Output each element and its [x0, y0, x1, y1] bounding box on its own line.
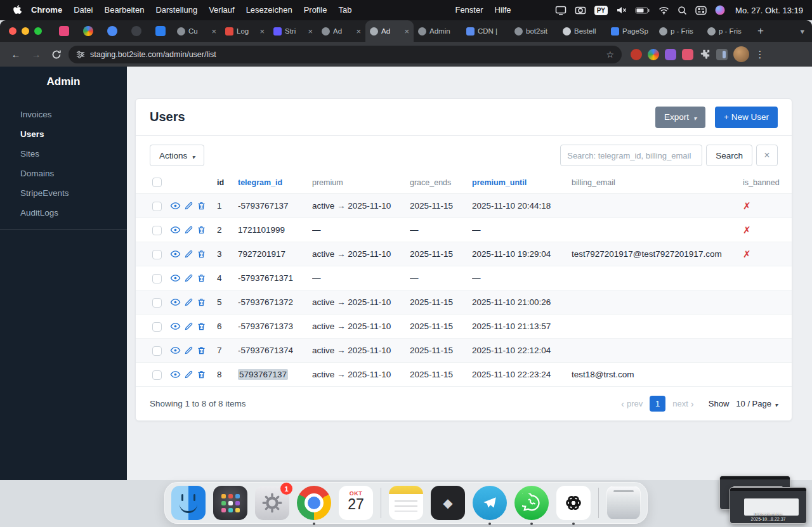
mute-icon[interactable]	[616, 6, 627, 15]
search-button[interactable]: Search	[706, 145, 752, 166]
close-window-button[interactable]	[9, 27, 16, 35]
pinned-tab[interactable]	[148, 20, 173, 42]
tab-close-icon[interactable]	[259, 27, 265, 36]
menu-bearbeiten[interactable]: Bearbeiten	[98, 0, 150, 20]
siri-icon[interactable]	[715, 5, 725, 15]
menu-lesezeichen[interactable]: Lesezeichen	[240, 0, 298, 20]
table-row[interactable]: 1 -5793767137 active → 2025-11-10 2025-1…	[136, 194, 792, 218]
launchpad-dock-icon[interactable]	[213, 486, 247, 520]
back-button[interactable]	[8, 46, 24, 63]
browser-menu-icon[interactable]	[755, 49, 765, 60]
notes-dock-icon[interactable]	[389, 486, 423, 520]
current-page-button[interactable]: 1	[650, 396, 665, 412]
display-icon[interactable]	[555, 5, 566, 15]
new-user-button[interactable]: + New User	[715, 107, 778, 128]
side-panel-icon[interactable]	[716, 49, 728, 60]
col-premium-until[interactable]: premium_until	[472, 175, 572, 194]
prev-page-button[interactable]: prev	[621, 398, 643, 409]
edit-icon[interactable]	[184, 370, 193, 379]
screenshot-thumbnail[interactable]: Bildschirmfoto2025-10...8.22.37	[730, 487, 807, 524]
chatgpt-dock-icon[interactable]	[556, 486, 591, 520]
new-tab-button[interactable]	[751, 22, 770, 41]
dark-app-dock-icon[interactable]	[431, 486, 465, 520]
menu-fenster[interactable]: Fenster	[449, 0, 488, 20]
view-icon[interactable]	[170, 224, 181, 235]
menu-app-name[interactable]: Chrome	[25, 0, 68, 20]
search-input[interactable]	[560, 145, 702, 166]
edit-icon[interactable]	[184, 273, 193, 283]
url-text[interactable]: staging.bot2site.com/admin/user/list	[90, 50, 601, 59]
delete-icon[interactable]	[197, 370, 206, 379]
row-checkbox[interactable]	[152, 274, 162, 283]
menu-hilfe[interactable]: Hilfe	[489, 0, 517, 20]
site-settings-icon[interactable]	[76, 50, 85, 59]
col-id[interactable]: id	[209, 175, 238, 194]
browser-tab[interactable]: Ad	[317, 20, 365, 42]
finder-dock-icon[interactable]	[171, 486, 206, 520]
trash-dock-icon[interactable]	[606, 486, 641, 520]
spotlight-icon[interactable]	[678, 6, 687, 15]
browser-tab[interactable]: Stri	[269, 20, 317, 42]
col-grace-ends[interactable]: grace_ends	[410, 175, 472, 194]
next-page-button[interactable]: next	[672, 398, 694, 409]
wifi-icon[interactable]	[658, 6, 669, 15]
pinned-tab[interactable]	[124, 20, 148, 42]
tab-close-icon[interactable]	[308, 27, 313, 36]
table-row[interactable]: 3 7927201917 active → 2025-11-10 2025-11…	[136, 242, 792, 266]
table-row[interactable]: 7 -57937671374 active → 2025-11-10 2025-…	[136, 339, 792, 363]
edit-icon[interactable]	[184, 346, 193, 355]
edit-icon[interactable]	[184, 297, 193, 307]
address-bar[interactable]: staging.bot2site.com/admin/user/list	[69, 46, 622, 63]
profile-avatar[interactable]	[733, 46, 749, 62]
row-checkbox[interactable]	[152, 346, 162, 356]
row-checkbox[interactable]	[152, 250, 162, 259]
settings-dock-icon[interactable]: 1	[255, 486, 289, 520]
menu-datei[interactable]: Datei	[68, 0, 98, 20]
row-checkbox[interactable]	[152, 322, 162, 332]
menu-profile[interactable]: Profile	[298, 0, 333, 20]
view-icon[interactable]	[170, 297, 181, 308]
sidebar-item-users[interactable]: Users	[0, 124, 127, 144]
clear-search-button[interactable]	[756, 145, 778, 166]
menu-verlauf[interactable]: Verlauf	[203, 0, 240, 20]
select-all-checkbox[interactable]	[152, 178, 162, 187]
browser-tab[interactable]: PageSp	[606, 20, 655, 42]
col-is-banned[interactable]: is_banned	[743, 175, 792, 194]
browser-tab[interactable]: Cu	[173, 20, 221, 42]
edit-icon[interactable]	[184, 225, 193, 235]
colorful-extension-icon[interactable]	[648, 49, 659, 60]
menu-darstellung[interactable]: Darstellung	[150, 0, 203, 20]
per-page-select[interactable]: 10 / Page	[736, 399, 778, 408]
sidebar-item-auditlogs[interactable]: AuditLogs	[0, 203, 127, 223]
edit-icon[interactable]	[184, 249, 193, 259]
delete-icon[interactable]	[197, 273, 206, 283]
view-icon[interactable]	[170, 273, 181, 283]
row-checkbox[interactable]	[152, 226, 162, 235]
browser-tab[interactable]: bot2sit	[510, 20, 558, 42]
tab-close-icon[interactable]	[211, 27, 216, 36]
tab-close-icon[interactable]	[404, 27, 409, 36]
edit-icon[interactable]	[184, 322, 193, 331]
pinned-tab[interactable]	[76, 20, 100, 42]
browser-tab[interactable]: Admin	[414, 20, 462, 42]
purple-extension-icon[interactable]	[665, 49, 676, 60]
menu-tab[interactable]: Tab	[332, 0, 357, 20]
table-row[interactable]: 8 5793767137 active → 2025-11-10 2025-11…	[136, 363, 792, 387]
menubar-clock[interactable]: Mo. 27. Okt. 13:19	[735, 6, 803, 15]
sidebar-item-invoices[interactable]: Invoices	[0, 105, 127, 124]
chrome-dock-icon[interactable]	[297, 486, 331, 520]
delete-icon[interactable]	[197, 297, 206, 307]
pink-extension-icon[interactable]	[682, 49, 693, 60]
control-center-icon[interactable]	[695, 6, 707, 15]
adblock-extension-icon[interactable]	[631, 49, 642, 60]
delete-icon[interactable]	[197, 225, 206, 235]
delete-icon[interactable]	[197, 322, 206, 331]
input-source-indicator[interactable]: PY	[594, 6, 608, 15]
pinned-tab[interactable]	[52, 20, 76, 42]
minimize-window-button[interactable]	[22, 27, 29, 35]
col-premium[interactable]: premium	[312, 175, 410, 194]
browser-tab[interactable]: Log	[221, 20, 269, 42]
col-telegram-id[interactable]: telegram_id	[238, 175, 312, 194]
row-checkbox[interactable]	[152, 370, 162, 380]
telegram-dock-icon[interactable]	[473, 486, 507, 520]
